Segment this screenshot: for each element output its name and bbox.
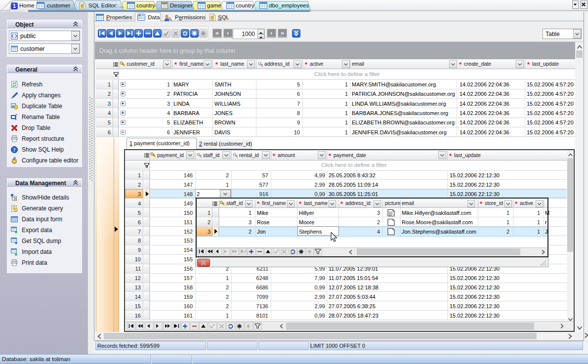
- svg-text:?: ?: [13, 147, 16, 153]
